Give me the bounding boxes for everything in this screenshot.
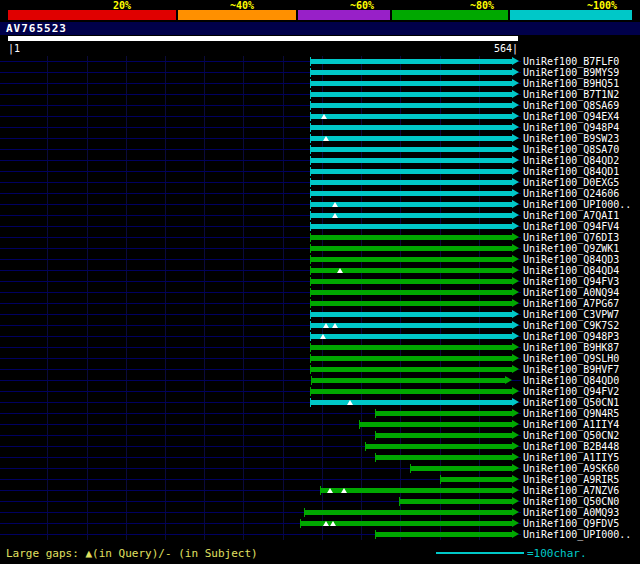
bar-arrowhead-icon	[512, 420, 519, 428]
alignment-bar[interactable]	[310, 279, 512, 284]
alignment-bar[interactable]	[410, 466, 512, 471]
row-label[interactable]: UniRef100_B7T1N2	[523, 89, 619, 100]
alignment-bar[interactable]	[375, 532, 512, 537]
row-label[interactable]: UniRef100_Q94EX4	[523, 111, 619, 122]
alignment-bar[interactable]	[310, 312, 512, 317]
row-label[interactable]: UniRef100_A0MQ93	[523, 507, 619, 518]
alignment-bar[interactable]	[310, 180, 512, 185]
row-label[interactable]: UniRef100_Q24606	[523, 188, 619, 199]
row-label[interactable]: UniRef100_A9RIR5	[523, 474, 619, 485]
row-label[interactable]: UniRef100_UPI000..	[523, 529, 631, 540]
row-label[interactable]: UniRef100_Q948P4	[523, 122, 619, 133]
bar-startcap	[375, 453, 376, 462]
alignment-bar[interactable]	[310, 81, 512, 86]
row-label[interactable]: UniRef100_Q8SA70	[523, 144, 619, 155]
row-label[interactable]: UniRef100_Q84QD3	[523, 254, 619, 265]
row-label[interactable]: UniRef100_Q94FV2	[523, 386, 619, 397]
alignment-bar[interactable]	[310, 301, 512, 306]
bar-arrowhead-icon	[512, 211, 519, 219]
row-label[interactable]: UniRef100_Q948P3	[523, 331, 619, 342]
bar-arrowhead-icon	[512, 310, 519, 318]
alignment-bar[interactable]	[310, 235, 512, 240]
row-label[interactable]: UniRef100_Q9FDV5	[523, 518, 619, 529]
bar-startcap	[304, 508, 305, 517]
row-label[interactable]: UniRef100_A7PG67	[523, 298, 619, 309]
alignment-bar[interactable]	[310, 213, 512, 218]
row-label[interactable]: UniRef100_Q94FV4	[523, 221, 619, 232]
alignment-bar[interactable]	[310, 246, 512, 251]
row-label[interactable]: UniRef100_Q84QD1	[523, 166, 619, 177]
alignment-bar[interactable]	[310, 257, 512, 262]
row-label[interactable]: UniRef100_Q8SA69	[523, 100, 619, 111]
scale-segment-60	[298, 10, 390, 20]
alignment-bar[interactable]	[310, 202, 512, 207]
alignment-bar[interactable]	[440, 477, 512, 482]
row-label[interactable]: UniRef100_A9SK60	[523, 463, 619, 474]
alignment-bar[interactable]	[375, 433, 512, 438]
alignment-bar[interactable]	[375, 455, 512, 460]
row-label[interactable]: UniRef100_Q9N4R5	[523, 408, 619, 419]
alignment-bar[interactable]	[310, 103, 512, 108]
alignment-bar[interactable]	[359, 422, 512, 427]
row-label[interactable]: UniRef100_C9K7S2	[523, 320, 619, 331]
alignment-bar[interactable]	[310, 356, 512, 361]
row-label[interactable]: UniRef100_B9HVF7	[523, 364, 619, 375]
row-label[interactable]: UniRef100_Q84QD2	[523, 155, 619, 166]
row-label[interactable]: UniRef100_Q50CN2	[523, 430, 619, 441]
alignment-bar[interactable]	[310, 59, 512, 64]
alignment-row: UniRef100_UPI000..	[0, 199, 640, 210]
alignment-row: UniRef100_A7QAI1	[0, 210, 640, 221]
alignment-bar[interactable]	[310, 92, 512, 97]
alignment-bar[interactable]	[310, 345, 512, 350]
alignment-bar[interactable]	[310, 334, 512, 339]
bar-arrowhead-icon	[512, 266, 519, 274]
alignment-bar[interactable]	[311, 378, 504, 383]
row-label[interactable]: UniRef100_A1IIY5	[523, 452, 619, 463]
alignment-bar[interactable]	[310, 147, 512, 152]
alignment-bar[interactable]	[310, 224, 512, 229]
alignment-bar[interactable]	[310, 125, 512, 130]
alignment-bar[interactable]	[310, 136, 512, 141]
alignment-bar[interactable]	[375, 411, 512, 416]
row-label[interactable]: UniRef100_B9HK87	[523, 342, 619, 353]
row-label[interactable]: UniRef100_B2B448	[523, 441, 619, 452]
bar-startcap	[310, 255, 311, 264]
row-label[interactable]: UniRef100_A1IIY4	[523, 419, 619, 430]
alignment-row: UniRef100_B9HVF7	[0, 364, 640, 375]
row-label[interactable]: UniRef100_D0EXG5	[523, 177, 619, 188]
row-label[interactable]: UniRef100_Q9ZWK1	[523, 243, 619, 254]
row-label[interactable]: UniRef100_Q84QD0	[523, 375, 619, 386]
alignment-bar[interactable]	[310, 70, 512, 75]
row-label[interactable]: UniRef100_Q94FV3	[523, 276, 619, 287]
alignment-bar[interactable]	[365, 444, 512, 449]
alignment-bar[interactable]	[310, 323, 512, 328]
row-label[interactable]: UniRef100_Q84QD4	[523, 265, 619, 276]
row-label[interactable]: UniRef100_C3VPW7	[523, 309, 619, 320]
bar-startcap	[310, 277, 311, 286]
row-label[interactable]: UniRef100_B7FLF0	[523, 56, 619, 67]
alignment-bar[interactable]	[304, 510, 512, 515]
alignment-bar[interactable]	[320, 488, 512, 493]
alignment-bar[interactable]	[310, 400, 512, 405]
row-label[interactable]: UniRef100_Q50CN1	[523, 397, 619, 408]
row-label[interactable]: UniRef100_Q76DI3	[523, 232, 619, 243]
alignment-bar[interactable]	[310, 389, 512, 394]
alignment-bar[interactable]	[399, 499, 512, 504]
alignment-bar[interactable]	[310, 158, 512, 163]
row-label[interactable]: UniRef100_A7QAI1	[523, 210, 619, 221]
bar-startcap	[375, 409, 376, 418]
row-label[interactable]: UniRef100_Q50CN0	[523, 496, 619, 507]
row-label[interactable]: UniRef100_Q9SLH0	[523, 353, 619, 364]
row-label[interactable]: UniRef100_B9HQ51	[523, 78, 619, 89]
row-label[interactable]: UniRef100_B9MYS9	[523, 67, 619, 78]
alignment-bar[interactable]	[310, 290, 512, 295]
alignment-bar[interactable]	[310, 191, 512, 196]
alignment-bar[interactable]	[310, 169, 512, 174]
row-label[interactable]: UniRef100_B9SW23	[523, 133, 619, 144]
alignment-bar[interactable]	[310, 114, 512, 119]
row-label[interactable]: UniRef100_A7NZV6	[523, 485, 619, 496]
bar-arrowhead-icon	[512, 134, 519, 142]
row-label[interactable]: UniRef100_UPI000..	[523, 199, 631, 210]
alignment-bar[interactable]	[310, 367, 512, 372]
row-label[interactable]: UniRef100_A0NQ94	[523, 287, 619, 298]
